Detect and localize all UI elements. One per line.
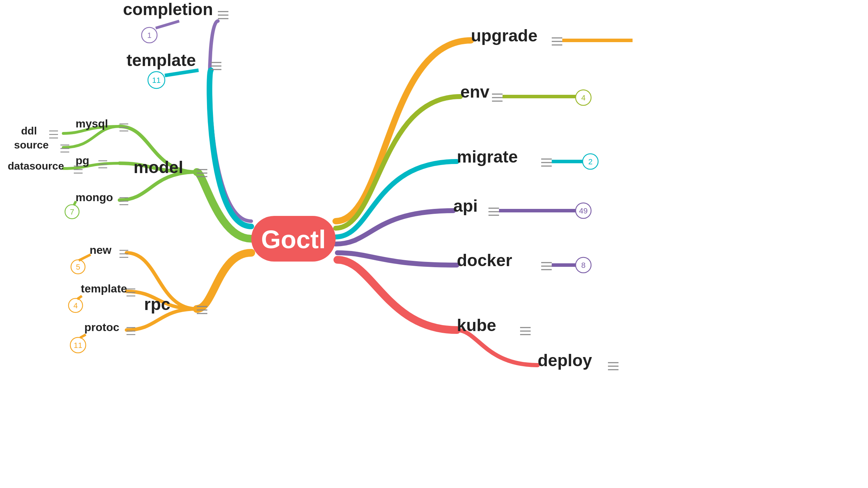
svg-text:8: 8 [581,261,585,270]
node-rpc-protoc[interactable]: protoc 11 [70,321,135,353]
svg-text:model: model [134,158,183,177]
svg-text:datasource: datasource [8,160,64,172]
svg-text:env: env [460,83,490,101]
svg-text:5: 5 [76,263,80,271]
svg-text:rpc: rpc [144,295,170,314]
svg-text:upgrade: upgrade [471,26,537,45]
svg-text:template: template [127,51,196,70]
node-kube[interactable]: kube [457,316,531,335]
svg-text:pg: pg [76,154,89,167]
svg-text:kube: kube [457,316,496,335]
node-source[interactable]: source [14,139,69,152]
svg-text:49: 49 [579,206,588,215]
node-rpc-template[interactable]: template 4 [69,282,135,312]
node-rpc-new[interactable]: new 5 [71,244,128,274]
svg-text:source: source [14,139,48,151]
svg-line-73 [74,201,76,205]
node-api[interactable]: api 49 [453,197,591,218]
svg-text:mongo: mongo [76,191,113,204]
node-mongo[interactable]: mongo 7 [65,191,128,219]
svg-text:ddl: ddl [21,125,37,137]
node-upgrade[interactable]: upgrade [471,26,633,45]
node-mysql[interactable]: mysql [76,117,128,131]
svg-line-110 [80,335,86,338]
svg-text:7: 7 [70,207,74,216]
svg-text:docker: docker [457,251,512,270]
node-docker[interactable]: docker 8 [457,251,591,273]
node-deploy[interactable]: deploy [538,351,618,370]
svg-line-96 [79,255,91,261]
svg-line-103 [77,296,82,299]
svg-text:11: 11 [152,76,161,85]
svg-line-47 [156,21,179,28]
svg-line-54 [165,70,199,75]
svg-text:mysql: mysql [76,117,108,130]
node-env[interactable]: env 4 [460,83,591,105]
mind-map: Goctl upgrade env 4 migrate 2 api [0,0,868,488]
svg-text:new: new [90,244,111,256]
svg-text:completion: completion [123,0,213,19]
svg-text:1: 1 [147,31,151,40]
center-label: Goctl [261,225,326,253]
node-datasource[interactable]: datasource [8,160,83,173]
svg-text:4: 4 [73,301,78,310]
svg-text:api: api [453,197,478,215]
svg-text:migrate: migrate [457,147,518,166]
svg-text:protoc: protoc [84,321,119,334]
svg-text:2: 2 [588,157,592,166]
svg-text:template: template [81,282,127,295]
node-migrate[interactable]: migrate 2 [457,147,598,169]
svg-text:11: 11 [74,341,82,350]
svg-text:4: 4 [581,93,585,102]
svg-text:deploy: deploy [538,351,592,370]
node-ddl[interactable]: ddl [21,125,58,138]
